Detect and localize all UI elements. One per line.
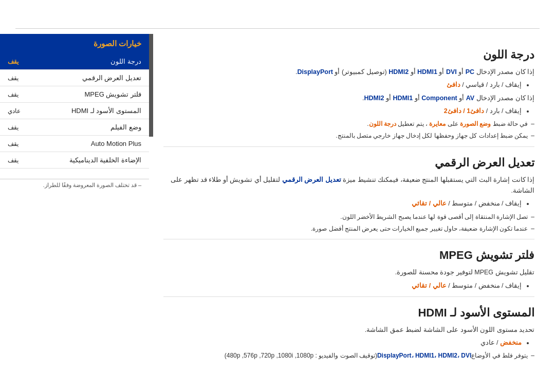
color-tone-bullet1: إيقاف / بارد / قياسي / دافئ <box>163 80 522 90</box>
sidebar-item-mpeg-label: فلتر تشويش MPEG <box>84 90 141 98</box>
section-body-color-tone: إذا كان مصدر الإدخال PC أو DVI أو HDMI1 … <box>163 67 534 141</box>
bullet-off-label: إيقاف <box>505 81 522 88</box>
sidebar-item-dynamic-status: يقف <box>8 157 18 164</box>
divider3 <box>163 296 534 297</box>
bullet-warm1-label: دافئ1 / دافئ2 <box>444 107 484 115</box>
sidebar-item-hdmi-black[interactable]: المستوى الأسود لـ HDMI عادي <box>0 103 149 119</box>
section-hdmi-black: المستوى الأسود لـ HDMI تحديد مستوى اللون… <box>163 306 534 361</box>
section-title-color-tone: درجة اللون <box>163 48 534 62</box>
sidebar-item-hdmi-label: المستوى الأسود لـ HDMI <box>71 107 141 115</box>
sidebar-note: – قد تختلف الصورة المعروضة وفقًا للطراز. <box>0 179 149 191</box>
sidebar-item-color-tone[interactable]: درجة اللون يقف <box>0 53 149 70</box>
sidebar-item-dynamic-backlight[interactable]: الإضاءة الخلفية الديناميكية يقف <box>0 152 149 169</box>
mpeg-bullet: إيقاف / منخفض / متوسط / عالي / تقائي <box>163 281 522 291</box>
sidebar-item-film-mode[interactable]: وضع الفيلم يقف <box>0 119 149 136</box>
highlight-hdmi2b: HDMI2 <box>364 95 384 102</box>
section-color-tone: درجة اللون إذا كان مصدر الإدخال PC أو DV… <box>163 48 534 141</box>
divider2 <box>163 239 534 239</box>
digital-intro: إذا كانت إشارة البث التي يستقبلها المنتج… <box>163 175 534 197</box>
sidebar-item-digital-label: تعديل العرض الرقمي <box>82 74 141 82</box>
section-body-hdmi: تحديد مستوى اللون الأسود على الشاشة لضبط… <box>163 325 534 361</box>
color-tone-note1: في حالة ضبط وضع الصورة على معايرة ، يتم … <box>163 119 534 129</box>
sidebar-item-film-label: وضع الفيلم <box>110 123 141 131</box>
section-digital-clean: تعديل العرض الرقمي إذا كانت إشارة البث ا… <box>163 156 534 234</box>
section-body-digital: إذا كانت إشارة البث التي يستقبلها المنتج… <box>163 175 534 234</box>
section-mpeg: فلتر تشويش MPEG تقليل تشويش MPEG لتوفير … <box>163 249 534 291</box>
divider1 <box>163 146 534 147</box>
digital-high: عالي / تقائي <box>412 200 446 207</box>
highlight-hdmi1: HDMI1 <box>417 68 437 76</box>
highlight-pc: PC <box>466 68 474 76</box>
section-title-digital: تعديل العرض الرقمي <box>163 156 534 170</box>
sidebar-item-mpeg[interactable]: فلتر تشويش MPEG يقف <box>0 86 149 103</box>
highlight-dvi: DVI <box>446 68 457 76</box>
sidebar-item-dynamic-label: الإضاءة الخلفية الديناميكية <box>69 156 141 164</box>
highlight-displayport: DisplayPort <box>298 68 333 76</box>
color-tone-para2: إذا كان مصدر الإدخال AV أو Component أو … <box>163 93 534 104</box>
sidebar-item-hdmi-status: عادي <box>8 107 21 115</box>
section-title-hdmi: المستوى الأسود لـ HDMI <box>163 306 534 320</box>
section-title-mpeg: فلتر تشويش MPEG <box>163 249 534 262</box>
hdmi-bullet: منخفض / عادي <box>163 338 522 348</box>
sidebar-divider-line <box>149 34 153 137</box>
mpeg-intro: تقليل تشويش MPEG لتوفير جودة محسنة للصور… <box>163 267 534 278</box>
color-tone-bullet2: إيقاف / بارد / دافئ1 / دافئ2 <box>163 106 522 117</box>
main-content: درجة اللون إذا كان مصدر الإدخال PC أو DV… <box>153 34 555 374</box>
highlight-av: AV <box>466 95 474 102</box>
hdmi-intro: تحديد مستوى اللون الأسود على الشاشة لضبط… <box>163 325 534 335</box>
sidebar-item-mpeg-status: يقف <box>8 91 18 98</box>
highlight-hdmi1b: HDMI1 <box>393 95 413 102</box>
note-color-tone: درجة اللون <box>369 119 398 129</box>
sidebar-item-auto-motion-status: يقف <box>8 140 18 147</box>
color-tone-note2: يمكن ضبط إعدادات كل جهاز وحفظها لكل إدخا… <box>163 130 534 141</box>
mpeg-high: عالي / تقائي <box>412 282 446 289</box>
note-picture-mode: وضع الصورة <box>458 119 493 129</box>
highlight-hdmi2: HDMI2 <box>388 68 409 76</box>
sidebar-item-color-tone-label: درجة اللون <box>110 58 141 65</box>
digital-bullet: إيقاف / منخفض / متوسط / عالي / تقائي <box>163 198 522 209</box>
note-calibrate: معايرة <box>428 119 448 129</box>
sidebar-item-auto-motion-label: Auto Motion Plus <box>91 140 141 147</box>
sidebar-item-auto-motion[interactable]: Auto Motion Plus يقف <box>0 136 149 152</box>
sidebar: خيارات الصورة درجة اللون يقف تعديل العرض… <box>0 34 149 374</box>
digital-note2: عندما تكون الإشارة ضعيفة، حاول تغيير جمي… <box>163 223 534 234</box>
hdmi-note1: يتوفر فلط في الأوضاع DisplayPort، HDMI1،… <box>163 350 534 361</box>
sidebar-item-film-status: يقف <box>8 124 18 131</box>
highlight-component: Component <box>421 95 457 102</box>
sidebar-header: خيارات الصورة <box>0 34 149 53</box>
hdmi-ports: DisplayPort، HDMI1، HDMI2، DVI <box>377 350 471 361</box>
sidebar-item-digital-status: يقف <box>8 74 18 82</box>
sidebar-item-color-tone-status: يقف <box>8 58 18 65</box>
digital-note1: تصل الإشارة المنتقاة إلى أقصى قوة لها عن… <box>163 212 534 222</box>
bullet-warm-label: دافئ <box>447 81 460 88</box>
digital-feature-name: تعديل العرض الرقمي <box>282 176 341 183</box>
section-body-mpeg: تقليل تشويش MPEG لتوفير جودة محسنة للصور… <box>163 267 534 291</box>
hdmi-low: منخفض <box>500 339 522 346</box>
color-tone-para1: إذا كان مصدر الإدخال PC أو DVI أو HDMI1 … <box>163 67 534 78</box>
sidebar-item-digital-clean[interactable]: تعديل العرض الرقمي يقف <box>0 70 149 86</box>
